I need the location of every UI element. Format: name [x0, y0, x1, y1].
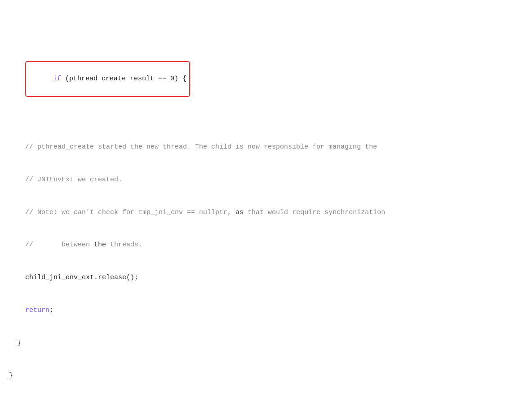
code-container: if (pthread_create_result == 0) { // pth…	[9, 4, 523, 399]
code-text: (pthread_create_result == 0) {	[61, 75, 186, 83]
comment-line-4: // between the threads.	[9, 240, 523, 251]
boxed-line-1: if (pthread_create_result == 0) {	[25, 61, 190, 97]
code-close-2: }	[9, 370, 523, 381]
code-line-1: child_jni_env_ext.release();	[9, 272, 523, 284]
comment-line-1: // pthread_create started the new thread…	[9, 142, 523, 153]
comment-line-3: // Note: we can't check for tmp_jni_env …	[9, 207, 523, 219]
code-line-2: return;	[9, 305, 523, 316]
code-close-1: }	[9, 338, 523, 349]
comment-line-2: // JNIEnvExt we created.	[9, 175, 523, 186]
keyword-if: if	[53, 75, 61, 83]
